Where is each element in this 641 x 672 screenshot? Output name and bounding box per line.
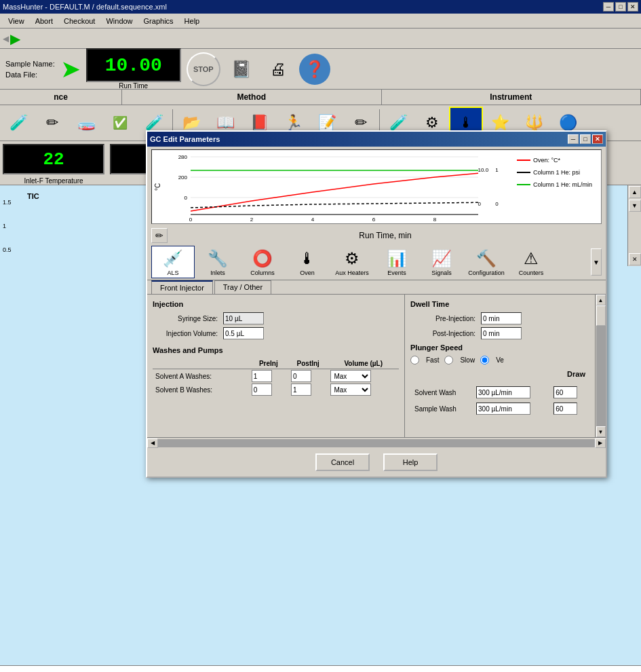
scroll-down-arrow[interactable]: ▼ (596, 426, 606, 437)
solvent-wash-speed[interactable] (476, 386, 530, 398)
tab-scroll-right[interactable]: ▼ (591, 246, 602, 278)
inlets-icon: 🔧 (208, 248, 228, 269)
title-bar: MassHunter - DEFAULT.M / default.sequenc… (0, 0, 641, 14)
tab-signals[interactable]: 📈 Signals (420, 246, 463, 278)
solvent-wash-value[interactable] (553, 386, 577, 398)
post-injection-label: Post-Injection: (410, 330, 478, 337)
h-scroll-right[interactable]: ▶ (595, 438, 606, 448)
injection-vol-label: Injection Volume: (153, 330, 220, 337)
col-postinj-header: PostInj (288, 358, 328, 369)
dialog-title-bar: GC Edit Parameters ─ □ ✕ (147, 132, 606, 147)
plunger-title: Plunger Speed (410, 343, 589, 352)
solvent-b-postinj[interactable] (291, 384, 311, 396)
tab-configuration[interactable]: 🔨 Configuration (465, 246, 508, 278)
edit-tool-icon[interactable]: ✏ (151, 228, 168, 243)
counters-icon: ⚠ (524, 248, 539, 269)
tab-inlets[interactable]: 🔧 Inlets (196, 246, 239, 278)
svg-text:200: 200 (178, 174, 188, 181)
svg-text:6: 6 (372, 217, 376, 223)
scroll-up-arrow[interactable]: ▲ (596, 295, 606, 305)
tab-columns[interactable]: ⭕ Columns (241, 246, 284, 278)
solvent-wash-draw-row: Solvent Wash (412, 385, 588, 400)
tab-counters[interactable]: ⚠ Counters (509, 246, 553, 278)
solvent-a-postinj[interactable] (291, 370, 311, 382)
menu-abort[interactable]: Abort (30, 16, 58, 26)
draw-title: Draw (410, 370, 589, 381)
als-icon: 💉 (163, 248, 183, 269)
menu-bar: View Abort Checkout Window Graphics Help (0, 14, 641, 29)
sample-wash-speed[interactable] (476, 403, 530, 415)
solvent-b-volume[interactable]: Max 50 100 (330, 384, 371, 396)
main-area: Sample Name: Data File: ➤ 10.00 Run Time… (0, 49, 641, 672)
solvent-a-label: Solvent A Washes: (153, 369, 249, 384)
help-button[interactable]: Help (383, 453, 438, 471)
minimize-button[interactable]: ─ (603, 2, 614, 12)
svg-text:8: 8 (433, 217, 437, 223)
post-injection-input[interactable] (481, 327, 522, 339)
chart-legend: Oven: °C* Column 1 He: psi Column 1 He: … (513, 150, 601, 223)
plunger-slow-radio[interactable] (444, 356, 453, 365)
dialog-close-button[interactable]: ✕ (592, 134, 603, 144)
tab-als[interactable]: 💉 ALS (151, 246, 195, 278)
menu-checkout[interactable]: Checkout (58, 16, 100, 26)
form-left: Injection Syringe Size: Injection Volume… (147, 295, 405, 437)
menu-graphics[interactable]: Graphics (138, 16, 179, 26)
injection-title: Injection (153, 300, 399, 308)
columns-icon: ⭕ (252, 248, 273, 269)
legend-oven: Oven: °C* (517, 154, 597, 166)
sample-wash-draw-label: Sample Wash (412, 401, 472, 416)
dialog-overlay: GC Edit Parameters ─ □ ✕ °C (0, 49, 641, 672)
tab-icons-row: 💉 ALS 🔧 Inlets ⭕ Columns 🌡 Oven ⚙ A (147, 244, 606, 280)
menu-window[interactable]: Window (100, 16, 138, 26)
content-tabs: Front Injector Tray / Other (147, 280, 606, 295)
h-scroll-left[interactable]: ◀ (147, 438, 158, 448)
close-button[interactable]: ✕ (627, 2, 638, 12)
injection-vol-input[interactable] (223, 327, 264, 339)
chart-x-label: Run Time, min (169, 231, 602, 240)
cancel-button[interactable]: Cancel (315, 453, 370, 471)
legend-oven-line (517, 160, 530, 161)
tab-aux-heaters[interactable]: ⚙ Aux Heaters (330, 246, 374, 278)
maximize-button[interactable]: □ (615, 2, 626, 12)
h-scroll-track (158, 439, 595, 447)
syringe-row: Syringe Size: (153, 312, 399, 324)
plunger-ve-radio[interactable] (480, 356, 489, 365)
syringe-input[interactable] (223, 312, 264, 324)
pre-injection-input[interactable] (481, 312, 522, 324)
solvent-b-preinj[interactable] (252, 384, 272, 396)
menu-view[interactable]: View (3, 16, 30, 26)
dialog-main-content: Injection Syringe Size: Injection Volume… (147, 295, 606, 437)
configuration-icon: 🔨 (476, 248, 497, 269)
solvent-a-row: Solvent A Washes: Max 50 100 (153, 369, 399, 384)
dialog-title-buttons: ─ □ ✕ (568, 134, 603, 144)
dialog-footer: Cancel Help (147, 448, 606, 477)
gc-edit-dialog: GC Edit Parameters ─ □ ✕ °C (146, 130, 607, 478)
solvent-a-preinj[interactable] (252, 370, 272, 382)
sample-wash-value[interactable] (553, 403, 577, 415)
tab-tray-other[interactable]: Tray / Other (214, 280, 271, 294)
plunger-fast-label: Fast (426, 356, 439, 364)
chart-y-right: 10.0 0 (478, 150, 496, 223)
injection-vol-row: Injection Volume: (153, 327, 399, 339)
dialog-maximize-button[interactable]: □ (580, 134, 591, 144)
tab-events-label: Events (387, 269, 406, 276)
plunger-fast-radio[interactable] (410, 356, 419, 365)
tab-front-injector[interactable]: Front Injector (151, 280, 213, 294)
tab-events[interactable]: 📊 Events (375, 246, 419, 278)
plunger-ve-label: Ve (496, 356, 504, 364)
solvent-wash-draw-label: Solvent Wash (412, 385, 472, 400)
menu-help[interactable]: Help (179, 16, 206, 26)
solvent-a-volume[interactable]: Max 50 100 (330, 370, 371, 382)
dialog-toolbar: ✏ Run Time, min (147, 227, 606, 244)
toolbar: ◀ ▶ (0, 29, 641, 49)
h-scrollbar: ◀ ▶ (147, 437, 606, 448)
legend-psi: Column 1 He: psi (517, 166, 597, 179)
signals-icon: 📈 (431, 248, 452, 269)
svg-text:0: 0 (184, 195, 188, 201)
app-title: MassHunter - DEFAULT.M / default.sequenc… (3, 3, 167, 11)
tab-signals-label: Signals (431, 269, 452, 276)
scroll-thumb[interactable] (596, 305, 606, 326)
form-right: Dwell Time Pre-Injection: Post-Injection… (405, 295, 595, 437)
tab-oven[interactable]: 🌡 Oven (286, 246, 329, 278)
dialog-minimize-button[interactable]: ─ (568, 134, 579, 144)
